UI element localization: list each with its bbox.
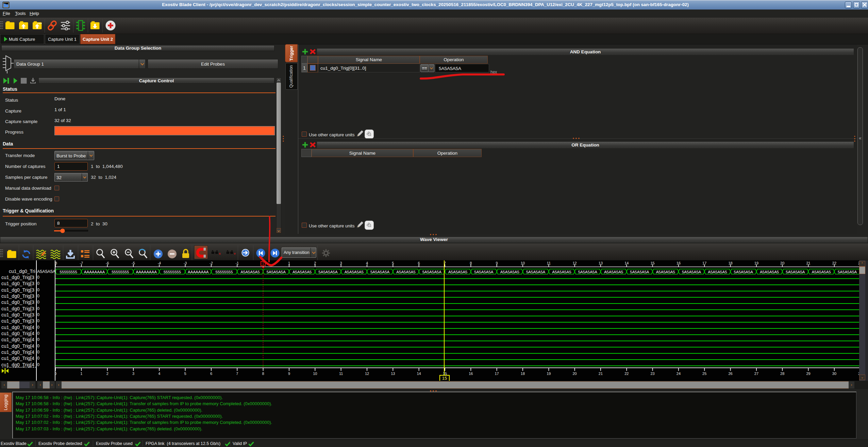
- svg-text:21: 21: [599, 372, 603, 376]
- svg-text:AAAAAAAA: AAAAAAAA: [188, 270, 209, 274]
- svg-text:7: 7: [236, 372, 238, 376]
- svg-text:27: 27: [754, 372, 758, 376]
- svg-text:1: 1: [80, 372, 82, 376]
- svg-text:A5A5A5A5: A5A5A5A5: [240, 270, 260, 274]
- svg-text:A5A5A5A5: A5A5A5A5: [345, 270, 364, 274]
- svg-text:18: 18: [521, 372, 525, 376]
- svg-text:5A5A5A5A: 5A5A5A5A: [578, 270, 598, 274]
- svg-text:5A5A5A5A: 5A5A5A5A: [267, 270, 286, 274]
- svg-text:v: v: [234, 252, 236, 255]
- svg-text:26: 26: [728, 372, 732, 376]
- svg-text:5A5A5A5A: 5A5A5A5A: [734, 270, 753, 274]
- svg-text:5A5A5A5A: 5A5A5A5A: [786, 270, 805, 274]
- svg-text:14: 14: [417, 372, 421, 376]
- svg-text:8: 8: [262, 372, 264, 376]
- svg-text:24: 24: [677, 372, 681, 376]
- svg-text:23: 23: [650, 372, 654, 376]
- svg-text:20: 20: [572, 372, 577, 376]
- svg-text:29: 29: [806, 372, 810, 376]
- svg-text:A5A5A5A5: A5A5A5A5: [552, 270, 571, 274]
- svg-text:22: 22: [624, 372, 629, 376]
- svg-text:5A5A5A5A: 5A5A5A5A: [682, 270, 701, 274]
- svg-text:AAAAAAAA: AAAAAAAA: [136, 270, 157, 274]
- svg-text:10: 10: [313, 372, 317, 376]
- svg-text:11: 11: [339, 372, 343, 376]
- svg-text:55555555: 55555555: [60, 270, 77, 274]
- svg-text:6: 6: [210, 372, 212, 376]
- svg-text:A5A5A5A5: A5A5A5A5: [760, 270, 779, 274]
- svg-text:55555555: 55555555: [112, 270, 129, 274]
- svg-text:AAAAAAAA: AAAAAAAA: [84, 270, 105, 274]
- svg-text:16: 16: [469, 372, 473, 376]
- svg-text:A5A5A5A5: A5A5A5A5: [708, 270, 727, 274]
- svg-text:5A5A5A5A: 5A5A5A5A: [526, 270, 546, 274]
- svg-text:55555555: 55555555: [216, 270, 233, 274]
- svg-text:A5A5A5A5: A5A5A5A5: [604, 270, 623, 274]
- svg-text:5A5A5A5A: 5A5A5A5A: [318, 270, 338, 274]
- svg-text:12: 12: [365, 372, 369, 376]
- svg-text:19: 19: [547, 372, 551, 376]
- svg-text:9: 9: [288, 372, 290, 376]
- svg-text:A5A5A5A5: A5A5A5A5: [656, 270, 675, 274]
- svg-text:5A5A5A5A: 5A5A5A5A: [370, 270, 390, 274]
- svg-text:55555555: 55555555: [164, 270, 181, 274]
- svg-text:13: 13: [391, 372, 395, 376]
- svg-text:5A5A5A5A: 5A5A5A5A: [838, 270, 857, 274]
- svg-text:28: 28: [780, 372, 784, 376]
- svg-text:A5A5A5A5: A5A5A5A5: [500, 270, 519, 274]
- svg-text:5A5A5A5A: 5A5A5A5A: [474, 270, 494, 274]
- svg-text:17: 17: [495, 372, 499, 376]
- svg-text:5A5A5A5A: 5A5A5A5A: [630, 270, 649, 274]
- svg-text:A5A5A5A5: A5A5A5A5: [293, 270, 312, 274]
- svg-text:A5A5A5A5: A5A5A5A5: [448, 270, 467, 274]
- svg-text:4: 4: [158, 372, 160, 376]
- svg-text:3: 3: [132, 372, 134, 376]
- svg-text:5A5A5A5A: 5A5A5A5A: [422, 270, 442, 274]
- svg-text:s: s: [219, 252, 221, 255]
- svg-text:A5A5A5A5: A5A5A5A5: [812, 270, 831, 274]
- svg-text:A5A5A5A5: A5A5A5A5: [396, 270, 415, 274]
- svg-text:25: 25: [702, 372, 706, 376]
- svg-text:5: 5: [184, 372, 186, 376]
- svg-text:2: 2: [106, 372, 108, 376]
- svg-text:0: 0: [55, 372, 56, 376]
- svg-text:30: 30: [832, 372, 836, 376]
